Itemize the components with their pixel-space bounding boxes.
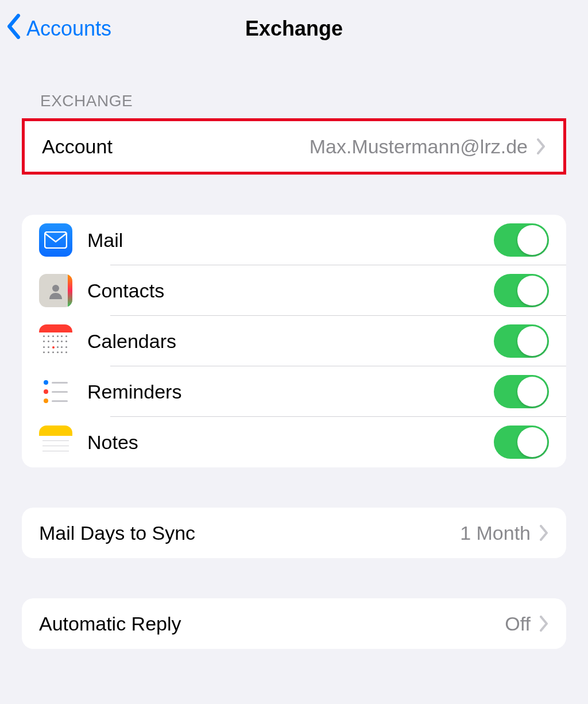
back-label: Accounts <box>26 17 111 41</box>
page-title: Exchange <box>245 17 343 41</box>
mail-icon <box>39 223 72 257</box>
section-header-exchange: Exchange <box>0 57 588 118</box>
mail-days-group: Mail Days to Sync 1 Month <box>22 508 566 558</box>
chevron-right-icon <box>539 616 549 632</box>
mail-days-label: Mail Days to Sync <box>39 522 460 544</box>
sync-label: Calendars <box>87 330 494 353</box>
back-button[interactable]: Accounts <box>5 0 111 57</box>
sync-group: Mail Contacts Calendars Reminders <box>22 215 566 467</box>
contacts-toggle[interactable] <box>494 274 549 307</box>
sync-row-reminders: Reminders <box>22 366 566 417</box>
chevron-right-icon <box>539 525 549 541</box>
reminders-toggle[interactable] <box>494 375 549 408</box>
auto-reply-row[interactable]: Automatic Reply Off <box>22 598 566 649</box>
account-group: Account Max.Mustermann@lrz.de <box>22 118 566 175</box>
nav-bar: Accounts Exchange <box>0 0 588 57</box>
account-value: Max.Mustermann@lrz.de <box>310 136 528 158</box>
sync-row-mail: Mail <box>22 215 566 265</box>
calendar-icon <box>39 324 72 358</box>
auto-reply-label: Automatic Reply <box>39 613 505 635</box>
mail-toggle[interactable] <box>494 223 549 257</box>
auto-reply-value: Off <box>505 613 531 635</box>
sync-label: Contacts <box>87 280 494 302</box>
contacts-icon <box>39 274 72 307</box>
notes-icon <box>39 426 72 459</box>
chevron-right-icon <box>536 138 546 154</box>
chevron-left-icon <box>5 14 23 44</box>
account-label: Account <box>42 136 310 158</box>
sync-row-contacts: Contacts <box>22 265 566 316</box>
mail-days-row[interactable]: Mail Days to Sync 1 Month <box>22 508 566 558</box>
auto-reply-group: Automatic Reply Off <box>22 598 566 649</box>
reminders-icon <box>39 375 72 408</box>
account-row[interactable]: Account Max.Mustermann@lrz.de <box>25 121 563 172</box>
svg-point-1 <box>52 285 59 292</box>
sync-row-notes: Notes <box>22 417 566 467</box>
sync-label: Reminders <box>87 381 494 403</box>
svg-rect-0 <box>45 232 67 248</box>
calendars-toggle[interactable] <box>494 324 549 358</box>
sync-label: Notes <box>87 431 494 454</box>
mail-days-value: 1 Month <box>460 522 531 544</box>
sync-row-calendars: Calendars <box>22 316 566 366</box>
sync-label: Mail <box>87 229 494 252</box>
notes-toggle[interactable] <box>494 426 549 459</box>
